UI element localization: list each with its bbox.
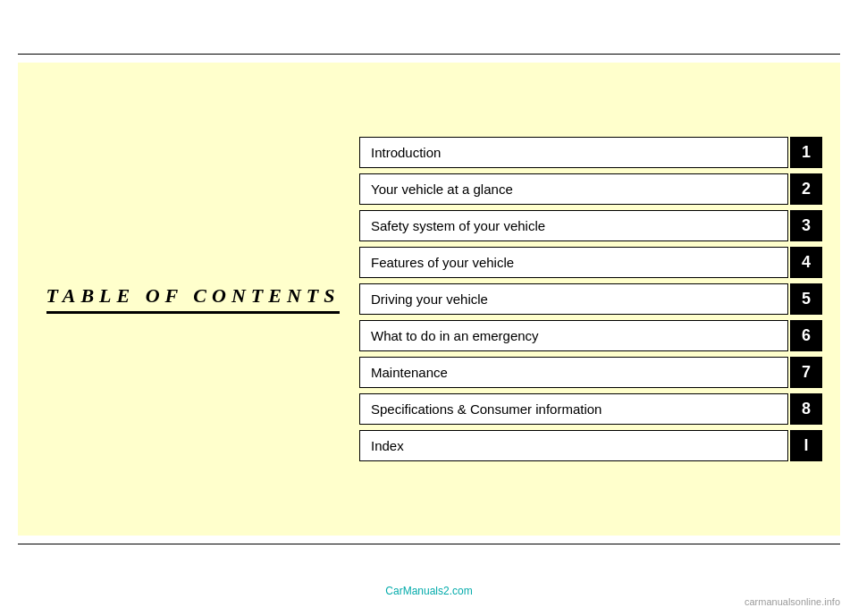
toc-number-7: 7 [790, 357, 822, 388]
toc-row: What to do in an emergency6 [359, 320, 822, 351]
toc-label-3[interactable]: Safety system of your vehicle [359, 210, 788, 241]
toc-number-8: 8 [790, 393, 822, 425]
toc-row: Maintenance7 [359, 357, 822, 388]
toc-label-8[interactable]: Specifications & Consumer information [359, 393, 788, 425]
bottom-divider [18, 544, 840, 544]
footer-link[interactable]: CarManuals2.com [385, 585, 472, 597]
toc-row: Your vehicle at a glance2 [359, 173, 822, 205]
toc-label-4[interactable]: Features of your vehicle [359, 247, 788, 278]
toc-label-5[interactable]: Driving your vehicle [359, 283, 788, 315]
toc-title: TABLE OF CONTENTS [46, 284, 341, 314]
footer: CarManuals2.com [0, 582, 858, 598]
toc-label-7[interactable]: Maintenance [359, 357, 788, 388]
toc-label-9[interactable]: Index [359, 430, 788, 461]
toc-number-5: 5 [790, 283, 822, 315]
toc-label-1[interactable]: Introduction [359, 137, 788, 168]
main-content-area: TABLE OF CONTENTS Introduction1Your vehi… [18, 63, 840, 536]
toc-number-6: 6 [790, 320, 822, 351]
toc-row: Specifications & Consumer information8 [359, 393, 822, 425]
toc-number-9: I [790, 430, 822, 461]
toc-row: Introduction1 [359, 137, 822, 168]
left-panel: TABLE OF CONTENTS [36, 284, 350, 314]
toc-row: IndexI [359, 430, 822, 461]
watermark: carmanualsonline.info [744, 596, 840, 607]
toc-list: Introduction1Your vehicle at a glance2Sa… [350, 137, 822, 461]
toc-number-4: 4 [790, 247, 822, 278]
toc-row: Driving your vehicle5 [359, 283, 822, 315]
top-divider [18, 54, 840, 55]
toc-label-2[interactable]: Your vehicle at a glance [359, 173, 788, 205]
toc-label-6[interactable]: What to do in an emergency [359, 320, 788, 351]
toc-number-1: 1 [790, 137, 822, 168]
toc-number-3: 3 [790, 210, 822, 241]
toc-row: Features of your vehicle4 [359, 247, 822, 278]
toc-number-2: 2 [790, 173, 822, 205]
toc-row: Safety system of your vehicle3 [359, 210, 822, 241]
